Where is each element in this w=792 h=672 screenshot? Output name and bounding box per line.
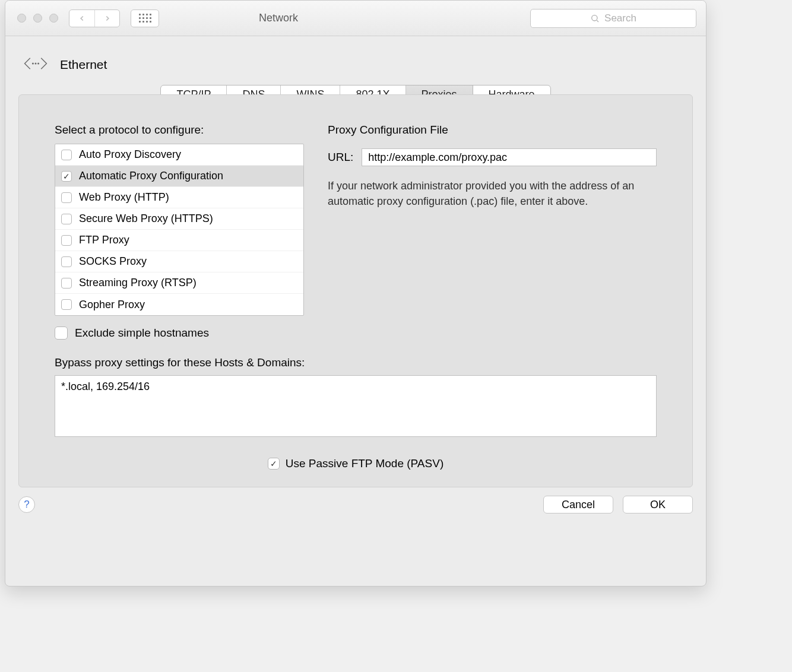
protocol-label: SOCKS Proxy (79, 255, 147, 268)
dialog-footer: ? Cancel OK (18, 496, 693, 513)
close-window-button[interactable] (17, 14, 26, 23)
protocol-row[interactable]: Auto Proxy Discovery (55, 144, 303, 166)
protocol-checkbox[interactable] (61, 256, 72, 267)
grid-icon (139, 14, 151, 23)
minimize-window-button[interactable] (33, 14, 42, 23)
pac-title: Proxy Configuration File (328, 123, 657, 137)
pac-url-label: URL: (328, 151, 353, 164)
passive-ftp-label: Use Passive FTP Mode (PASV) (286, 457, 443, 470)
svg-point-2 (32, 62, 34, 64)
window-toolbar: Network Search (5, 1, 706, 36)
ok-button[interactable]: OK (623, 496, 693, 513)
forward-button[interactable] (94, 10, 119, 27)
window-body: Ethernet TCP/IPDNSWINS802.1XProxiesHardw… (5, 36, 706, 586)
protocol-row[interactable]: Secure Web Proxy (HTTPS) (55, 208, 303, 230)
chevron-right-icon (103, 14, 112, 23)
pac-description: If your network administrator provided y… (328, 178, 657, 209)
passive-ftp-checkbox[interactable] (268, 458, 280, 470)
protocol-label: Streaming Proxy (RTSP) (79, 277, 197, 289)
protocol-row[interactable]: Automatic Proxy Configuration (55, 166, 303, 187)
nav-button-group (69, 9, 120, 27)
protocol-row[interactable]: SOCKS Proxy (55, 251, 303, 272)
search-field[interactable]: Search (530, 9, 696, 28)
protocol-row[interactable]: Streaming Proxy (RTSP) (55, 272, 303, 294)
svg-point-4 (37, 62, 39, 64)
pac-column: Proxy Configuration File URL: If your ne… (328, 123, 657, 340)
protocol-checkbox[interactable] (61, 192, 72, 203)
proxies-panel: Select a protocol to configure: Auto Pro… (18, 94, 693, 487)
search-placeholder: Search (604, 12, 636, 24)
svg-line-1 (597, 20, 598, 22)
svg-point-0 (592, 15, 597, 20)
service-name: Ethernet (60, 58, 107, 72)
protocol-checkbox[interactable] (61, 171, 72, 182)
protocol-label: Secure Web Proxy (HTTPS) (79, 213, 213, 225)
protocol-label: Auto Proxy Discovery (79, 148, 181, 161)
protocol-row[interactable]: Gopher Proxy (55, 294, 303, 315)
traffic-lights (17, 14, 58, 23)
ethernet-icon (22, 54, 49, 75)
protocol-row[interactable]: Web Proxy (HTTP) (55, 187, 303, 208)
zoom-window-button[interactable] (49, 14, 58, 23)
back-button[interactable] (69, 10, 94, 27)
bypass-label: Bypass proxy settings for these Hosts & … (55, 356, 657, 369)
protocol-checkbox[interactable] (61, 278, 72, 289)
service-header: Ethernet (22, 54, 693, 75)
protocol-label: Gopher Proxy (79, 299, 145, 311)
pac-url-input[interactable] (362, 148, 657, 166)
protocol-label: Web Proxy (HTTP) (79, 191, 169, 204)
protocol-checkbox[interactable] (61, 299, 72, 310)
protocol-select-label: Select a protocol to configure: (55, 123, 304, 137)
exclude-simple-hostnames-label: Exclude simple hostnames (75, 327, 209, 340)
protocol-column: Select a protocol to configure: Auto Pro… (55, 123, 304, 340)
protocol-checkbox[interactable] (61, 235, 72, 246)
chevron-left-icon (78, 14, 86, 23)
protocol-checkbox[interactable] (61, 214, 72, 224)
protocol-label: FTP Proxy (79, 234, 129, 246)
bypass-hosts-textarea[interactable] (55, 375, 657, 437)
help-button[interactable]: ? (18, 496, 35, 513)
show-all-button[interactable] (131, 9, 159, 27)
exclude-simple-hostnames-checkbox[interactable] (55, 327, 68, 340)
network-window: Network Search Ethernet TCP/IPDNSWINS802… (5, 0, 707, 587)
search-icon (590, 14, 600, 23)
svg-point-3 (34, 62, 36, 64)
cancel-button[interactable]: Cancel (543, 496, 613, 513)
protocol-label: Automatic Proxy Configuration (79, 170, 223, 182)
protocol-checkbox[interactable] (61, 150, 72, 160)
protocol-list[interactable]: Auto Proxy DiscoveryAutomatic Proxy Conf… (55, 144, 304, 316)
protocol-row[interactable]: FTP Proxy (55, 230, 303, 251)
